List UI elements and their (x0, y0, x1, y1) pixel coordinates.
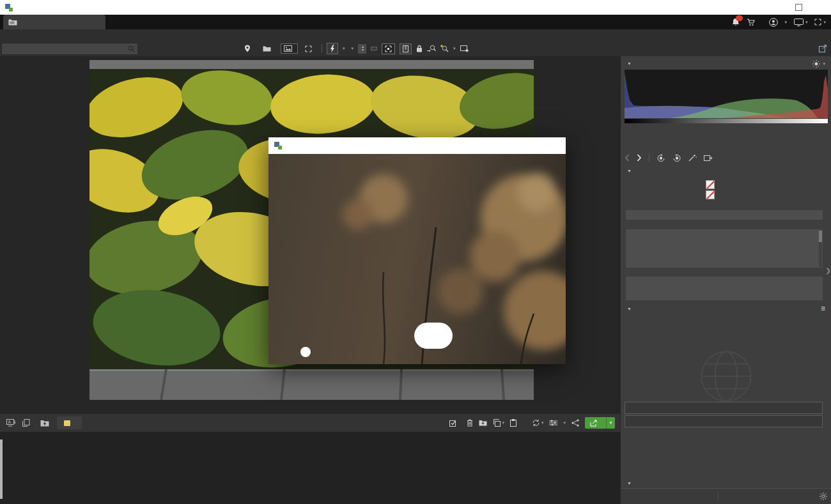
chevron-down-icon: ▾ (502, 420, 504, 425)
svg-text:A: A (8, 420, 12, 424)
sort-monitor-icon: A (6, 419, 16, 427)
explorer-view-button[interactable] (260, 44, 276, 53)
menu-bar (0, 29, 831, 41)
rotate-left-button[interactable] (656, 154, 665, 162)
load-tracklog-button[interactable] (625, 415, 823, 427)
description-section-header[interactable]: ▼ (627, 169, 635, 173)
quick-preview-label (89, 60, 534, 69)
external-link-icon (819, 45, 827, 52)
preview-view-button[interactable] (281, 43, 298, 54)
chevron-down-icon[interactable]: ▾ (823, 61, 825, 66)
name-input[interactable] (626, 210, 823, 220)
select-button[interactable] (449, 420, 457, 427)
next-photo-button[interactable] (637, 154, 642, 162)
map-view-button[interactable] (242, 43, 256, 54)
monitor-icon (794, 19, 804, 26)
maximize-icon (795, 4, 802, 11)
sun-icon[interactable] (812, 60, 820, 68)
minimize-button[interactable] (766, 0, 788, 15)
maximize-button[interactable] (788, 0, 809, 15)
panel-toolbar (625, 151, 713, 164)
gps-menu-icon[interactable]: ≡ (821, 304, 825, 313)
chevron-down-icon: ▾ (784, 20, 787, 25)
more-info-link[interactable] (300, 347, 316, 357)
filter-button[interactable] (549, 420, 557, 426)
sort-display-button[interactable]: A (6, 419, 16, 427)
image-icon (284, 45, 292, 52)
chevron-down-icon[interactable]: ▾ (453, 46, 456, 51)
filmstrip (0, 432, 620, 504)
scrollbar-thumb[interactable] (819, 231, 822, 242)
preview-settings-button[interactable] (460, 45, 469, 52)
zoom-tool-button[interactable] (440, 45, 449, 52)
cart-button[interactable] (747, 19, 755, 26)
quick-search[interactable] (1, 43, 138, 55)
chevron-down-icon[interactable]: ▾ (343, 46, 345, 51)
image-gear-icon (460, 45, 469, 52)
zoom-stepper[interactable]: ▴▾ (362, 45, 364, 52)
export-button[interactable]: ▾ (585, 417, 615, 429)
filmstrip-scrollbar[interactable] (0, 439, 3, 499)
green-accent-square (505, 155, 563, 181)
slideshow-button[interactable]: ▾ (532, 419, 544, 427)
move-to-folder-button[interactable] (479, 420, 487, 426)
panel-settings-button[interactable] (815, 493, 831, 500)
fit-to-screen-button[interactable] (382, 43, 395, 54)
chevron-down-icon: ▾ (805, 20, 808, 25)
description-textarea[interactable] (626, 229, 823, 268)
expand-icon (305, 45, 312, 52)
panel-icon (403, 45, 408, 52)
paste-button[interactable] (510, 419, 516, 427)
gear-icon (819, 493, 827, 500)
account-button[interactable]: ▾ (769, 18, 787, 27)
notification-badge (736, 15, 743, 21)
magic-wand-icon[interactable] (688, 154, 697, 162)
no-color-icon[interactable] (706, 190, 715, 199)
export-dropdown[interactable]: ▾ (606, 417, 615, 429)
explore-news-button[interactable] (414, 323, 453, 349)
go-to-map-button[interactable] (625, 402, 823, 414)
histogram-chart (625, 70, 828, 118)
no-rating-icon[interactable] (706, 180, 715, 189)
delete-button[interactable] (467, 419, 473, 427)
detach-window-button[interactable] (819, 45, 827, 52)
folder-up-button[interactable] (40, 420, 49, 427)
histogram-section-header[interactable]: ▼ ▾ (627, 59, 825, 68)
chevron-down-icon[interactable]: ▾ (563, 420, 566, 425)
search-icon (128, 45, 135, 52)
tab-vivix300[interactable] (3, 15, 105, 29)
dialog-title-bar (268, 137, 566, 154)
zoom-100-button[interactable] (371, 47, 377, 50)
collapse-icon: ▼ (627, 307, 632, 311)
chevron-down-icon: ▾ (352, 46, 354, 51)
copy-button[interactable]: ▾ (493, 419, 504, 427)
lock-icon (416, 45, 423, 52)
general-section-header[interactable]: ▼ (627, 481, 635, 485)
toolbar-divider (322, 44, 322, 53)
rotate-right-button[interactable] (672, 154, 681, 162)
zoom-level-field[interactable]: ▴▾ (358, 44, 366, 54)
hdr-button[interactable]: ▾ (350, 46, 354, 51)
full-preview-button[interactable] (302, 44, 317, 54)
previous-photo-button[interactable] (625, 154, 630, 162)
share-button[interactable] (571, 419, 579, 427)
search-input[interactable] (2, 45, 128, 52)
notifications-button[interactable] (732, 18, 740, 26)
fullscreen-button[interactable]: ▾ (814, 19, 826, 26)
compare-zoom-button[interactable] (427, 45, 436, 52)
lock-button[interactable] (416, 45, 423, 52)
panel-layout-button[interactable] (400, 43, 412, 54)
monitor-select-button[interactable]: ▾ (794, 19, 808, 26)
auto-enhance-button[interactable] (327, 43, 338, 54)
zoner-logo-icon (274, 142, 282, 149)
panel-splitter-arrow[interactable]: ❯ (826, 267, 831, 274)
gps-section-header[interactable]: ▼ ≡ (627, 304, 825, 313)
info-icon (300, 347, 311, 357)
zoner-logo-icon (5, 4, 13, 11)
collapse-icon: ▼ (627, 169, 632, 173)
keywords-textarea[interactable] (626, 277, 823, 300)
close-button[interactable] (809, 0, 831, 15)
copy-icon (493, 419, 501, 427)
view-mode-button[interactable] (22, 419, 30, 427)
info-card-icon[interactable] (704, 155, 713, 162)
